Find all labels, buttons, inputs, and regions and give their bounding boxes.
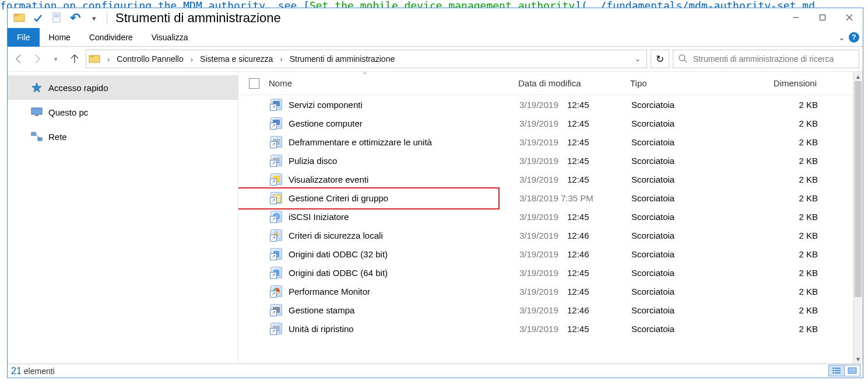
chevron-right-icon[interactable]: › bbox=[107, 55, 110, 64]
sidebar-item[interactable]: Accesso rapido bbox=[8, 75, 238, 100]
list-item[interactable]: Origini dati ODBC (32 bit) 3/19/201912:4… bbox=[238, 245, 863, 263]
cell-date: 3/19/2019 bbox=[519, 174, 565, 184]
list-item[interactable]: Gestione stampa 3/19/201912:46 Scorciato… bbox=[238, 301, 863, 319]
svg-rect-2 bbox=[53, 13, 60, 22]
cell-size: 2 KB bbox=[748, 212, 841, 222]
cell-time: 12:45 bbox=[565, 137, 631, 147]
scroll-down-icon[interactable]: ▼ bbox=[853, 354, 863, 364]
column-header-date[interactable]: Data di modifica bbox=[518, 78, 630, 88]
cell-type: Scorciatoia bbox=[631, 324, 748, 334]
address-bar[interactable]: › Controllo Pannello › Sistema e sicurez… bbox=[86, 50, 647, 68]
cell-time: 12:46 bbox=[565, 231, 631, 240]
list-item[interactable]: Criteri di sicurezza locali 3/19/201912:… bbox=[238, 226, 863, 245]
select-all-checkbox[interactable] bbox=[249, 78, 259, 89]
cell-time: 12:45 bbox=[565, 156, 631, 166]
sidebar-item[interactable]: Rete bbox=[8, 124, 238, 149]
sidebar-item[interactable]: Questo pc bbox=[8, 100, 238, 124]
shortcut-icon bbox=[270, 266, 283, 279]
list-item[interactable]: iSCSI Iniziatore 3/19/201912:45 Scorciat… bbox=[238, 207, 863, 226]
breadcrumb-segment[interactable]: Strumenti di amministrazione bbox=[290, 54, 395, 64]
list-item[interactable]: Servizi componenti 3/19/201912:45 Scorci… bbox=[238, 95, 863, 114]
cell-time: 12:45 bbox=[565, 287, 631, 296]
ribbon-expand-button[interactable]: ⌄ bbox=[838, 33, 845, 42]
cell-name: Visualizzatore eventi bbox=[289, 174, 519, 184]
item-count-label: elementi bbox=[24, 366, 55, 376]
cell-date: 3/18/2019 7:35 PM bbox=[519, 193, 631, 203]
tab-file[interactable]: File bbox=[8, 28, 40, 47]
location-icon bbox=[89, 53, 100, 65]
chevron-right-icon[interactable]: › bbox=[280, 55, 282, 64]
cell-date: 3/19/2019 bbox=[519, 137, 565, 147]
svg-line-12 bbox=[684, 60, 687, 62]
back-button[interactable] bbox=[11, 51, 26, 67]
cell-type: Scorciatoia bbox=[631, 231, 748, 240]
minimize-button[interactable] bbox=[782, 8, 809, 27]
list-item[interactable]: Unità di ripristino 3/19/201912:45 Scorc… bbox=[238, 319, 863, 338]
cell-size: 2 KB bbox=[748, 249, 841, 259]
explorer-app-icon[interactable] bbox=[11, 10, 27, 26]
list-item[interactable]: Gestione Criteri di gruppo 3/18/2019 7:3… bbox=[238, 188, 863, 207]
qat-new-folder-button[interactable] bbox=[48, 10, 65, 26]
cell-size: 2 KB bbox=[748, 193, 841, 203]
scroll-up-icon[interactable]: ▲ bbox=[853, 72, 863, 81]
qat-undo-button[interactable]: ↶ bbox=[67, 10, 83, 26]
cell-name: iSCSI Iniziatore bbox=[289, 212, 519, 222]
shortcut-icon bbox=[270, 303, 283, 316]
shortcut-icon bbox=[270, 117, 283, 130]
cell-date: 3/19/2019 bbox=[519, 305, 565, 315]
breadcrumb-segment[interactable]: Sistema e sicurezza bbox=[200, 54, 273, 64]
column-header-size[interactable]: Dimensioni bbox=[747, 78, 840, 88]
svg-rect-1 bbox=[14, 14, 19, 16]
forward-button[interactable] bbox=[30, 51, 45, 67]
cell-date: 3/19/2019 bbox=[519, 156, 565, 166]
tab-share[interactable]: Condividere bbox=[80, 28, 142, 47]
maximize-button[interactable] bbox=[809, 8, 836, 27]
recent-locations-button[interactable]: ▾ bbox=[48, 51, 64, 67]
search-icon bbox=[678, 54, 687, 65]
thumbnails-view-button[interactable] bbox=[844, 365, 860, 376]
list-item[interactable]: Gestione computer 3/19/201912:45 Scorcia… bbox=[238, 114, 863, 132]
address-dropdown-button[interactable]: ⌄ bbox=[635, 55, 641, 63]
vertical-scrollbar[interactable]: ▲ ▼ bbox=[853, 72, 863, 364]
list-header: Nome ⌃ Data di modifica Tipo Dimensioni bbox=[238, 72, 863, 95]
column-header-type[interactable]: Tipo bbox=[630, 78, 747, 88]
search-placeholder: Strumenti di amministrazione di ricerca bbox=[693, 54, 834, 64]
list-item[interactable]: Origini dati ODBC (64 bit) 3/19/201912:4… bbox=[238, 263, 863, 282]
shortcut-icon bbox=[270, 191, 283, 204]
scroll-thumb[interactable] bbox=[855, 81, 862, 297]
help-button[interactable]: ? bbox=[849, 32, 859, 43]
qat-customize-button[interactable]: ▾ bbox=[86, 10, 102, 26]
up-button[interactable] bbox=[67, 51, 82, 67]
column-header-name[interactable]: Nome ⌃ bbox=[269, 78, 518, 88]
tab-view[interactable]: Visualizza bbox=[142, 28, 198, 47]
chevron-right-icon[interactable]: › bbox=[191, 55, 193, 64]
svg-rect-25 bbox=[848, 368, 856, 373]
svg-marker-13 bbox=[32, 83, 41, 92]
sidebar-item-label: Rete bbox=[48, 132, 67, 142]
close-button[interactable] bbox=[836, 8, 863, 27]
list-item[interactable]: Deframmentare e ottimizzare le unità 3/1… bbox=[238, 132, 863, 151]
cell-type: Scorciatoia bbox=[631, 212, 748, 222]
shortcut-icon bbox=[270, 247, 283, 260]
details-view-button[interactable] bbox=[828, 365, 845, 376]
breadcrumb-segment[interactable]: Controllo Pannello bbox=[117, 54, 183, 64]
cell-date: 3/19/2019 bbox=[519, 324, 565, 334]
refresh-button[interactable]: ↻ bbox=[651, 50, 669, 68]
search-box[interactable]: Strumenti di amministrazione di ricerca bbox=[673, 50, 859, 68]
title-bar: ↶ ▾ Strumenti di amministrazione bbox=[8, 8, 863, 28]
shortcut-icon bbox=[270, 210, 283, 223]
cell-date: 3/19/2019 bbox=[519, 249, 565, 259]
status-bar: 21 elementi bbox=[8, 364, 863, 378]
qat-properties-button[interactable] bbox=[30, 10, 46, 26]
cell-date: 3/19/2019 bbox=[519, 212, 565, 222]
cell-date: 3/19/2019 bbox=[519, 100, 565, 110]
svg-rect-16 bbox=[31, 132, 36, 135]
list-item[interactable]: Pulizia disco 3/19/201912:45 Scorciatoia… bbox=[238, 151, 863, 170]
shortcut-icon bbox=[270, 285, 283, 298]
file-list: Nome ⌃ Data di modifica Tipo Dimensioni … bbox=[238, 72, 863, 364]
list-item[interactable]: Visualizzatore eventi 3/19/201912:45 Sco… bbox=[238, 170, 863, 188]
cell-size: 2 KB bbox=[748, 268, 841, 278]
tab-home[interactable]: Home bbox=[40, 28, 80, 47]
list-item[interactable]: Performance Monitor 3/19/201912:45 Scorc… bbox=[238, 282, 863, 301]
svg-rect-15 bbox=[35, 115, 38, 116]
